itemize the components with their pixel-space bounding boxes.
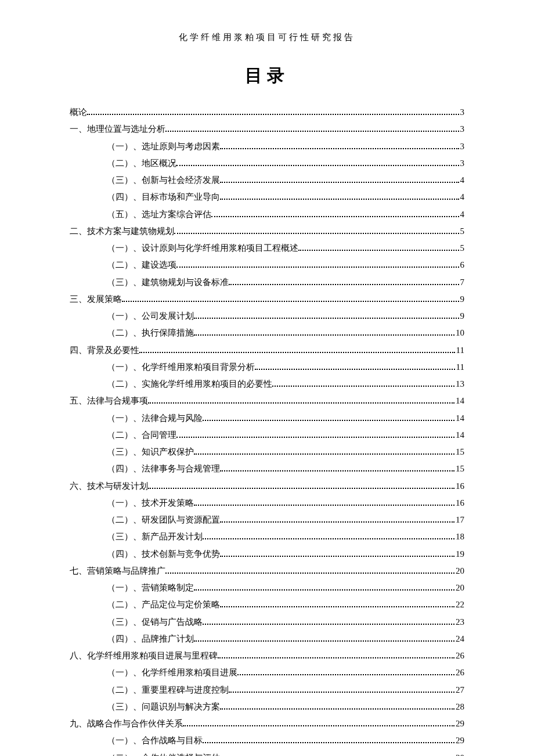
toc-entry-label: 概论 [70, 104, 87, 121]
toc-entry-page: 10 [456, 325, 464, 341]
toc-entry-page: 3 [460, 138, 465, 155]
toc-entry-label: （一）、化学纤维用浆粕项目背景分析 [107, 359, 255, 376]
toc-row: （一）、设计原则与化学纤维用浆粕项目工程概述5 [107, 240, 464, 257]
toc-entry-page: 15 [456, 460, 464, 477]
toc-row: （二）、建设选项6 [107, 257, 464, 273]
toc-entry-label: 五、法律与合规事项 [70, 393, 148, 409]
toc-leader-dots [174, 228, 459, 234]
toc-entry-page: 6 [460, 257, 465, 273]
toc-entry-page: 18 [456, 528, 464, 545]
toc-row: （二）、实施化学纤维用浆粕项目的必要性13 [107, 376, 464, 393]
toc-entry-page: 7 [460, 274, 465, 291]
toc-entry-page: 3 [460, 155, 465, 172]
toc-entry-page: 14 [456, 427, 464, 444]
toc-row: （二）、合作伙伴选择与评估30 [107, 750, 464, 757]
toc-entry-label: （二）、重要里程碑与进度控制 [107, 682, 229, 699]
toc-leader-dots [298, 244, 459, 251]
toc-leader-dots [203, 533, 454, 539]
toc-leader-dots [194, 584, 454, 591]
toc-row: （二）、执行保障措施10 [107, 325, 464, 341]
toc-leader-dots [194, 312, 459, 319]
toc-entry-label: （二）、合作伙伴选择与评估 [107, 750, 220, 757]
toc-entry-label: 二、技术方案与建筑物规划 [70, 223, 174, 240]
toc-entry-page: 3 [460, 104, 465, 121]
toc-leader-dots [176, 431, 454, 438]
toc-row: 八、化学纤维用浆粕项目进展与里程碑26 [70, 647, 464, 664]
toc-title: 目录 [70, 64, 464, 88]
toc-entry-page: 3 [460, 121, 465, 138]
toc-row: （一）、化学纤维用浆粕项目背景分析11 [107, 359, 464, 376]
toc-leader-dots [203, 415, 454, 421]
toc-entry-page: 11 [456, 342, 464, 359]
toc-entry-page: 17 [456, 512, 464, 528]
toc-entry-label: （三）、建筑物规划与设备标准 [107, 274, 229, 291]
toc-entry-label: （一）、选址原则与考虑因素 [107, 138, 220, 155]
toc-leader-dots [255, 363, 455, 370]
toc-entry-page: 5 [460, 223, 465, 240]
toc-entry-label: 九、战略合作与合作伙伴关系 [70, 715, 183, 732]
toc-leader-dots [194, 635, 454, 642]
toc-entry-label: （一）、设计原则与化学纤维用浆粕项目工程概述 [107, 240, 298, 257]
toc-row: （四）、技术创新与竞争优势19 [107, 546, 464, 563]
toc-leader-dots [176, 160, 459, 166]
toc-entry-label: 一、地理位置与选址分析 [70, 121, 165, 138]
toc-entry-page: 4 [460, 206, 465, 223]
toc-entry-label: 三、发展策略 [70, 291, 122, 308]
toc-leader-dots [194, 448, 454, 455]
toc-entry-page: 22 [456, 596, 464, 613]
toc-entry-label: （一）、化学纤维用浆粕项目进展 [107, 664, 237, 681]
toc-entry-page: 14 [456, 410, 464, 427]
toc-entry-page: 16 [456, 478, 464, 495]
toc-leader-dots [218, 652, 454, 658]
toc-leader-dots [194, 329, 454, 336]
toc-leader-dots [122, 296, 459, 302]
toc-entry-page: 13 [456, 376, 464, 393]
toc-row: （一）、公司发展计划9 [107, 308, 464, 325]
toc-leader-dots [183, 720, 454, 726]
toc-row: （一）、营销策略制定20 [107, 579, 464, 596]
toc-leader-dots [220, 465, 454, 471]
toc-leader-dots [220, 516, 454, 523]
toc-entry-label: （四）、品牌推广计划 [107, 631, 194, 647]
toc-row: 四、背景及必要性11 [70, 342, 464, 359]
toc-entry-label: 六、技术与研发计划 [70, 478, 148, 495]
toc-entry-label: （三）、知识产权保护 [107, 444, 194, 460]
toc-entry-label: （四）、法律事务与合规管理 [107, 460, 220, 477]
toc-entry-label: （四）、目标市场和产业导向 [107, 189, 220, 206]
document-page: 化学纤维用浆粕项目可行性研究报告 目录 概论3一、地理位置与选址分析3（一）、选… [0, 0, 534, 756]
toc-row: （一）、选址原则与考虑因素3 [107, 138, 464, 155]
toc-entry-page: 23 [456, 614, 464, 631]
toc-entry-page: 20 [456, 563, 464, 579]
toc-row: （二）、产品定位与定价策略22 [107, 596, 464, 613]
toc-row: 概论3 [70, 104, 464, 121]
toc-entry-page: 14 [456, 393, 464, 409]
toc-row: （三）、促销与广告战略23 [107, 614, 464, 631]
toc-leader-dots [203, 737, 454, 743]
toc-leader-dots [211, 211, 459, 217]
toc-entry-page: 26 [456, 647, 464, 664]
table-of-contents: 概论3一、地理位置与选址分析3（一）、选址原则与考虑因素3（二）、地区概况3（三… [70, 104, 464, 756]
toc-row: （一）、合作战略与目标29 [107, 732, 464, 749]
toc-row: （四）、品牌推广计划24 [107, 631, 464, 647]
toc-entry-page: 28 [456, 699, 464, 715]
toc-entry-page: 24 [456, 631, 464, 647]
toc-row: （三）、建筑物规划与设备标准7 [107, 274, 464, 291]
toc-entry-page: 5 [460, 240, 465, 257]
toc-entry-label: （二）、实施化学纤维用浆粕项目的必要性 [107, 376, 272, 393]
toc-entry-page: 9 [460, 291, 465, 308]
toc-row: （三）、知识产权保护15 [107, 444, 464, 460]
toc-leader-dots [194, 499, 454, 506]
toc-leader-dots [165, 125, 459, 132]
toc-leader-dots [220, 177, 459, 183]
toc-row: （三）、新产品开发计划18 [107, 528, 464, 545]
toc-row: （三）、问题识别与解决方案28 [107, 699, 464, 715]
toc-leader-dots [220, 601, 454, 607]
toc-entry-label: （一）、法律合规与风险 [107, 410, 203, 427]
toc-row: （一）、化学纤维用浆粕项目进展26 [107, 664, 464, 681]
toc-entry-label: （一）、公司发展计划 [107, 308, 194, 325]
toc-entry-label: （二）、产品定位与定价策略 [107, 596, 220, 613]
toc-leader-dots [237, 669, 454, 675]
toc-entry-page: 9 [460, 308, 465, 325]
toc-row: 六、技术与研发计划16 [70, 478, 464, 495]
toc-entry-label: （二）、地区概况 [107, 155, 176, 172]
